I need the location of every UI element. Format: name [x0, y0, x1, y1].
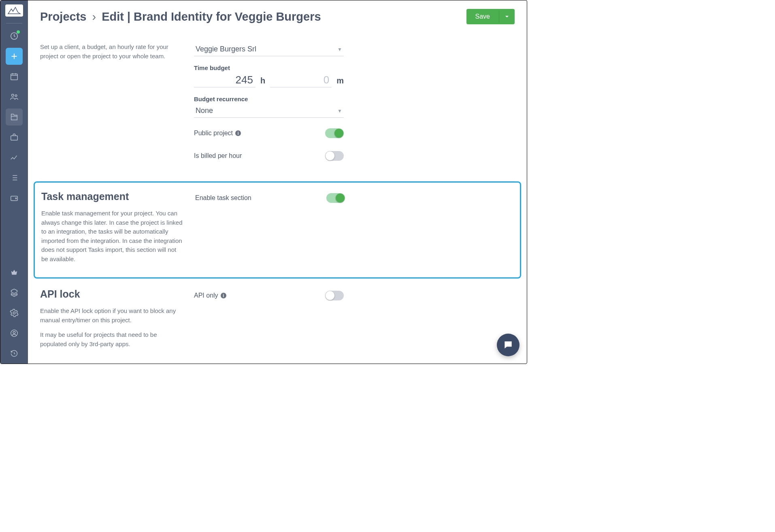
- client-select[interactable]: Veggie Burgers Srl ▼: [194, 43, 344, 56]
- section-task-management: Task management Enable task management f…: [34, 181, 521, 279]
- app-logo[interactable]: [5, 4, 23, 17]
- api-lock-desc2: It may be useful for projects that need …: [40, 330, 182, 349]
- svg-rect-1: [11, 74, 18, 80]
- nav-integrations[interactable]: [6, 284, 23, 301]
- section-project-setup: Set up a client, a budget, an hourly rat…: [40, 33, 515, 181]
- nav-wallet[interactable]: [6, 189, 23, 206]
- time-budget-hours[interactable]: [194, 73, 255, 87]
- nav-add[interactable]: [6, 48, 23, 65]
- api-lock-desc1: Enable the API lock option if you want t…: [40, 306, 182, 325]
- nav-account[interactable]: [6, 325, 23, 342]
- nav-premium[interactable]: [6, 264, 23, 281]
- api-only-toggle[interactable]: [325, 291, 344, 300]
- save-button-dropdown[interactable]: [499, 11, 515, 23]
- info-icon[interactable]: i: [221, 293, 226, 298]
- public-project-label: Public project: [194, 130, 233, 137]
- hours-unit: h: [260, 76, 265, 85]
- task-mgmt-desc: Enable task management for your project.…: [41, 209, 183, 264]
- recurrence-label: Budget recurrence: [194, 96, 344, 102]
- svg-point-6: [15, 198, 17, 199]
- section-setup-desc: Set up a client, a budget, an hourly rat…: [40, 43, 182, 61]
- api-only-label: API only: [194, 292, 218, 299]
- sidebar: [0, 0, 28, 364]
- svg-point-2: [12, 94, 14, 97]
- nav-time[interactable]: [6, 28, 23, 45]
- section-api-lock: API lock Enable the API lock option if y…: [40, 279, 515, 364]
- enable-task-label: Enable task section: [195, 194, 251, 202]
- save-button[interactable]: Save: [466, 9, 515, 24]
- recurrence-value: None: [196, 106, 213, 115]
- svg-point-3: [15, 95, 17, 97]
- nav-projects[interactable]: [6, 109, 23, 126]
- svg-point-7: [13, 312, 15, 314]
- nav-team[interactable]: [6, 88, 23, 105]
- time-budget-label: Time budget: [194, 64, 344, 71]
- breadcrumb-current: Edit | Brand Identity for Veggie Burgers: [102, 10, 321, 23]
- api-lock-title: API lock: [40, 288, 182, 300]
- billed-hour-label: Is billed per hour: [194, 152, 242, 160]
- nav-settings[interactable]: [6, 304, 23, 321]
- nav-calendar[interactable]: [6, 68, 23, 85]
- minutes-unit: m: [336, 76, 344, 85]
- svg-point-9: [13, 331, 15, 334]
- breadcrumb-root[interactable]: Projects: [40, 10, 86, 23]
- chat-button[interactable]: [497, 334, 520, 356]
- chevron-down-icon: ▼: [337, 47, 342, 52]
- info-icon[interactable]: i: [235, 130, 241, 136]
- content-area: Set up a client, a budget, an hourly rat…: [28, 33, 527, 364]
- svg-rect-4: [11, 136, 18, 140]
- chevron-right-icon: ›: [92, 10, 96, 23]
- nav-list[interactable]: [6, 169, 23, 186]
- status-dot: [17, 30, 20, 34]
- nav-reports[interactable]: [6, 149, 23, 166]
- enable-task-toggle[interactable]: [326, 193, 345, 203]
- save-button-label: Save: [466, 9, 499, 24]
- page-header: Projects › Edit | Brand Identity for Veg…: [28, 0, 527, 33]
- public-project-toggle[interactable]: [325, 128, 344, 138]
- client-select-value: Veggie Burgers Srl: [196, 45, 256, 53]
- billed-hour-toggle[interactable]: [325, 151, 344, 161]
- nav-clients[interactable]: [6, 129, 23, 146]
- divider: [6, 23, 22, 23]
- chevron-down-icon: ▼: [337, 108, 342, 114]
- time-budget-minutes[interactable]: [270, 73, 332, 87]
- nav-history[interactable]: [6, 345, 23, 362]
- task-mgmt-title: Task management: [41, 191, 183, 202]
- recurrence-select[interactable]: None ▼: [194, 104, 344, 118]
- breadcrumb: Projects › Edit | Brand Identity for Veg…: [40, 10, 321, 23]
